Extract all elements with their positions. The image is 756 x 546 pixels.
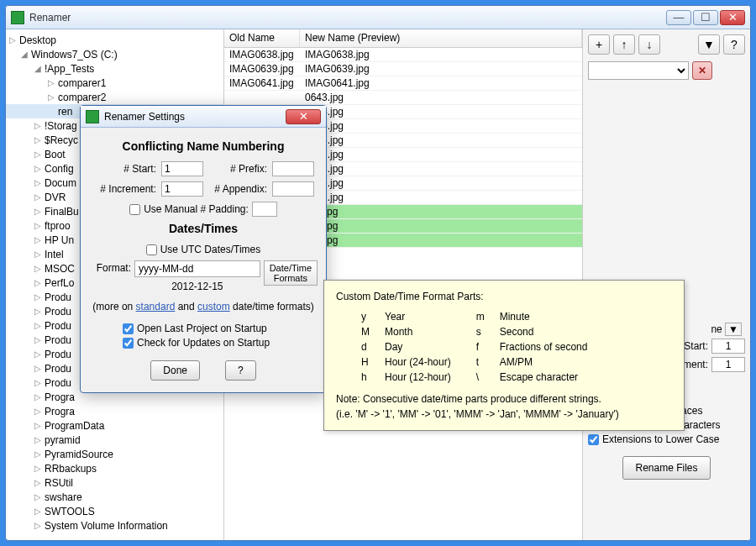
maximize-button[interactable]: ☐ [693,10,718,25]
tooltip-note1: Note: Consecutive date/time parts produc… [336,391,672,407]
table-row[interactable]: IMAG0638.jpgIMAG0638.jpg [224,48,582,62]
tree-item[interactable]: ▷swshare [6,490,223,504]
add-button[interactable]: + [588,34,610,55]
padding-input[interactable] [252,202,277,217]
format-input[interactable] [134,260,260,277]
move-down-button[interactable]: ↓ [638,34,660,55]
col-new-name[interactable]: New Name (Preview) [300,29,582,47]
manual-padding-checkbox[interactable] [129,204,140,215]
app-icon [11,11,24,24]
tree-item[interactable]: ▷comparer2 [6,90,223,104]
dialog-help-button[interactable]: ? [225,360,256,381]
table-row[interactable]: IMAG0639.jpgIMAG0639.jpg [224,62,582,76]
tree-item[interactable]: ▷System Volume Information [6,518,223,533]
tree-item[interactable]: ▷RRbackups [6,461,223,475]
dlg-increment-input[interactable] [161,181,203,197]
ext-lowercase-checkbox[interactable] [588,434,599,445]
window-title: Renamer [29,12,666,24]
table-header: Old Name New Name (Preview) [224,29,582,48]
tree-item[interactable]: ◢!App_Tests [6,61,223,76]
help-button[interactable]: ? [723,34,745,55]
format-tooltip: Custom Date/Time Format Parts: yYearMMon… [323,280,685,431]
tree-item[interactable]: ▷comparer1 [6,76,223,90]
tree-item[interactable]: ▷ProgramData [6,418,223,433]
dialog-app-icon [86,110,99,123]
utc-checkbox[interactable] [146,244,157,255]
tree-item[interactable]: ▷Desktop [6,33,223,47]
done-button[interactable]: Done [150,360,200,381]
table-row[interactable]: IMAG0641.jpgIMAG0641.jpg [224,76,582,91]
tooltip-note2: (i.e. 'M' -> '1', 'MM' -> '01', 'MMM' ->… [336,407,672,422]
tree-item[interactable]: ▷Progra [6,404,223,418]
dlg-prefix-input[interactable] [272,161,314,176]
rule-combo[interactable] [588,61,689,80]
tooltip-title: Custom Date/Time Format Parts: [336,289,672,304]
tree-item[interactable]: ▷pyramid [6,433,223,447]
rename-files-button[interactable]: Rename Files [622,456,710,480]
menu-button[interactable]: ▼ [698,34,720,55]
tree-item[interactable]: ▷PyramidSource [6,447,223,461]
conflicting-numbering-title: Conflicting Name Numbering [89,139,318,153]
dialog-titlebar[interactable]: Renamer Settings ✕ [81,106,326,128]
none-option-partial[interactable]: ne [711,323,722,335]
format-preview: 2012-12-15 [134,281,260,292]
dlg-start-input[interactable] [161,161,203,176]
main-window: Renamer — ☐ ✕ ▷Desktop◢Windows7_OS (C:)◢… [5,5,751,541]
dialog-title: Renamer Settings [104,111,286,123]
dialog-close-button[interactable]: ✕ [286,109,321,124]
increment-input[interactable] [711,357,745,372]
custom-link[interactable]: custom [197,301,230,312]
dlg-appendix-input[interactable] [272,181,314,197]
dates-times-title: Dates/Times [89,222,318,235]
col-old-name[interactable]: Old Name [224,29,300,47]
close-button[interactable]: ✕ [720,10,745,25]
check-updates-checkbox[interactable] [123,338,134,349]
move-up-button[interactable]: ↑ [613,34,635,55]
open-last-project-checkbox[interactable] [123,323,134,334]
titlebar[interactable]: Renamer — ☐ ✕ [6,6,750,29]
tree-item[interactable]: ▷SWTOOLS [6,504,223,518]
delete-rule-button[interactable]: ✕ [692,61,712,80]
date-time-formats-button[interactable]: Date/TimeFormats [264,260,318,286]
tree-item[interactable]: ◢Windows7_OS (C:) [6,47,223,61]
format-links: (more on standard and custom date/time f… [89,301,318,312]
tree-item[interactable]: ▷RSUtil [6,475,223,490]
start-input[interactable] [711,339,745,354]
table-row[interactable]: 0643.jpg [224,91,582,105]
standard-link[interactable]: standard [136,301,176,312]
minimize-button[interactable]: — [666,10,691,25]
settings-dialog: Renamer Settings ✕ Conflicting Name Numb… [80,105,327,393]
